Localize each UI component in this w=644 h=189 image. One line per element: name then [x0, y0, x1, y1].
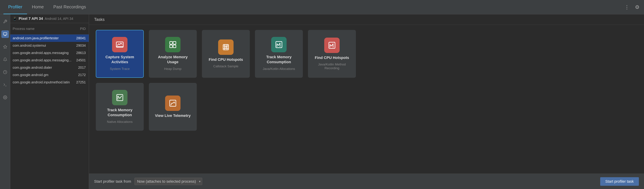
profiler-start-select[interactable]: Now (attaches to selected process)On sta… [134, 178, 202, 185]
task-subtitle-native-alloc: Native Allocations [107, 120, 132, 124]
tab-profiler[interactable]: Profiler [4, 0, 27, 14]
task-subtitle-system-trace: System Trace [110, 67, 130, 71]
table-row[interactable]: com.google.android.apps.messaging 28613 … [10, 49, 89, 57]
task-card-system-trace[interactable]: Capture System ActivitiesSystem Trace [96, 30, 144, 78]
col-header-pid: PID [74, 23, 88, 34]
task-subtitle-heap-dump: Heap Dump [164, 67, 181, 71]
process-pid-cell: 28613 [74, 49, 88, 57]
sidebar-icon-bookmark[interactable] [1, 43, 9, 51]
table-row[interactable]: android.com.java.profilertester 28041 Pr… [10, 34, 89, 42]
sidebar-icon-device-monitor[interactable] [1, 30, 9, 38]
task-icon-cpu-hotspots [218, 39, 234, 55]
start-profiler-label: Start profiler task from [94, 179, 131, 184]
sidebar-icon-clock[interactable] [1, 68, 9, 76]
process-config-cell: Profileable [88, 34, 89, 42]
process-config-cell: Profileable [88, 79, 89, 86]
sidebar-icon-settings[interactable] [1, 94, 9, 101]
process-scroll[interactable]: Process name PID Manifest Configuration … [10, 23, 89, 189]
table-row[interactable]: com.android.systemui 29034 Profileable [10, 42, 89, 49]
svg-line-22 [120, 96, 122, 98]
svg-rect-9 [170, 45, 172, 48]
task-title-heap-dump: Analyze Memory Usage [152, 55, 193, 64]
sidebar-icon-notifications[interactable] [1, 56, 9, 63]
task-title-live-telemetry: View Live Telemetry [155, 113, 190, 118]
device-name: Pixel 7 API 34 [19, 16, 43, 21]
task-subtitle-java-kotlin-method: Java/Kotlin Method Recording [312, 63, 352, 70]
task-title-java-kotlin-method: Find CPU Hotspots [315, 55, 349, 60]
device-header: 📱 Pixel 7 API 34 Android 14, API 34 [10, 14, 89, 23]
process-name-cell: com.google.android.gm [10, 71, 74, 79]
table-row[interactable]: com.google.android.dialer 2017 Profileab… [10, 64, 89, 71]
process-table: Process name PID Manifest Configuration … [10, 23, 89, 86]
process-config-cell: Profileable [88, 57, 89, 64]
process-config-cell: Profileable [88, 71, 89, 79]
task-subtitle-cpu-hotspots: Callstack Sample [213, 64, 238, 68]
task-card-java-kotlin-alloc[interactable]: Track Memory ConsumptionJava/Kotlin Allo… [255, 30, 303, 78]
svg-rect-7 [170, 41, 172, 44]
process-name-cell: com.google.android.dialer [10, 64, 74, 71]
svg-point-16 [225, 46, 227, 48]
col-header-manifest: Manifest Configuration [88, 23, 89, 34]
start-profiler-button[interactable]: Start profiler task [600, 177, 639, 186]
process-pid-cell: 28041 [74, 34, 88, 42]
task-card-native-alloc[interactable]: Track Memory ConsumptionNative Allocatio… [96, 83, 144, 131]
task-card-java-kotlin-method[interactable]: Find CPU HotspotsJava/Kotlin Method Reco… [308, 30, 356, 78]
col-header-process-name: Process name [10, 23, 74, 34]
tab-home-label: Home [32, 4, 44, 9]
task-icon-java-kotlin-alloc [271, 37, 286, 52]
process-name-cell: android.com.java.profilertester [10, 34, 74, 42]
device-icon: 📱 [13, 16, 17, 21]
process-name-cell: com.google.android.apps.messaging [10, 49, 74, 57]
tab-home[interactable]: Home [27, 0, 48, 14]
tab-profiler-label: Profiler [8, 4, 22, 9]
svg-marker-1 [4, 45, 7, 48]
sidebar-icon-tools[interactable] [1, 18, 9, 25]
task-card-live-telemetry[interactable]: View Live Telemetry [149, 83, 197, 131]
sidebar-icon-terminal[interactable] [1, 81, 9, 89]
sidebar-icons [0, 14, 10, 189]
device-api: Android 14, API 34 [45, 17, 73, 21]
tasks-panel: Tasks Capture System ActivitiesSystem Tr… [89, 14, 644, 189]
process-pid-cell: 2017 [74, 64, 88, 71]
table-row[interactable]: com.google.android.inputmethod.latin 272… [10, 79, 89, 86]
task-subtitle-java-kotlin-alloc: Java/Kotlin Allocations [263, 67, 295, 71]
task-icon-live-telemetry [165, 96, 180, 111]
tab-past-recordings[interactable]: Past Recordings [48, 0, 91, 14]
process-name-cell: com.google.android.inputmethod.latin [10, 79, 74, 86]
tab-bar-actions: ⋮ ⚙ [623, 3, 640, 11]
table-row[interactable]: com.google.android.apps.messaging... 245… [10, 57, 89, 64]
tasks-grid: Capture System ActivitiesSystem Trace An… [89, 25, 644, 174]
process-pid-cell: 24501 [74, 57, 88, 64]
table-row[interactable]: com.google.android.gm 2172 Profileable [10, 71, 89, 79]
process-panel: 📱 Pixel 7 API 34 Android 14, API 34 Proc… [10, 14, 89, 189]
overflow-menu-button[interactable]: ⋮ [623, 3, 630, 11]
tasks-row-2: Track Memory ConsumptionNative Allocatio… [96, 83, 637, 131]
process-config-cell: Profileable [88, 42, 89, 49]
select-wrap: Now (attaches to selected process)On sta… [134, 178, 202, 185]
task-icon-heap-dump [165, 37, 180, 52]
tasks-row-1: Capture System ActivitiesSystem Trace An… [96, 30, 637, 78]
process-pid-cell: 27251 [74, 79, 88, 86]
process-name-cell: com.google.android.apps.messaging... [10, 57, 74, 64]
svg-point-4 [4, 97, 6, 98]
task-card-cpu-hotspots[interactable]: Find CPU HotspotsCallstack Sample [202, 30, 250, 78]
process-pid-cell: 29034 [74, 42, 88, 49]
process-pid-cell: 2172 [74, 71, 88, 79]
process-config-cell: Profileable [88, 64, 89, 71]
settings-button[interactable]: ⚙ [634, 3, 640, 11]
task-title-native-alloc: Track Memory Consumption [100, 108, 140, 117]
svg-rect-8 [173, 41, 176, 44]
task-icon-java-kotlin-method [324, 38, 340, 53]
main-layout: 📱 Pixel 7 API 34 Android 14, API 34 Proc… [0, 14, 644, 189]
svg-rect-10 [173, 45, 176, 48]
task-icon-system-trace [112, 37, 128, 52]
svg-rect-0 [4, 33, 7, 35]
tasks-header: Tasks [89, 14, 644, 25]
bottom-bar: Start profiler task from Now (attaches t… [89, 174, 644, 189]
task-icon-native-alloc [112, 90, 128, 105]
task-title-java-kotlin-alloc: Track Memory Consumption [259, 55, 299, 64]
task-card-heap-dump[interactable]: Analyze Memory UsageHeap Dump [149, 30, 197, 78]
process-config-cell: Profileable [88, 49, 89, 57]
tab-bar: Profiler Home Past Recordings ⋮ ⚙ [0, 0, 644, 14]
task-title-system-trace: Capture System Activities [100, 55, 140, 64]
